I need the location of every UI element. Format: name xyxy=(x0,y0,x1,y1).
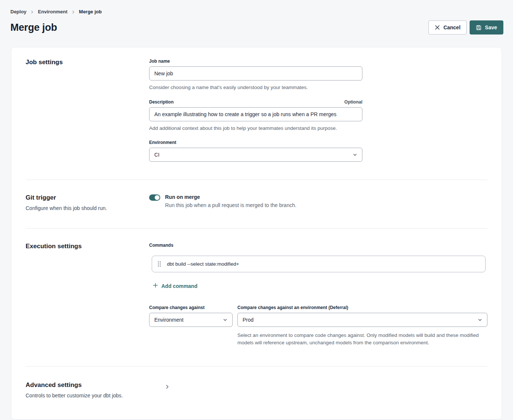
execution-settings-heading: Execution settings xyxy=(26,243,149,250)
chevron-right-icon[interactable] xyxy=(165,384,170,389)
page-title: Merge job xyxy=(10,22,57,33)
chevron-right-separator-icon xyxy=(30,10,34,14)
compare-changes-select-value: Environment xyxy=(154,317,184,323)
save-button[interactable]: Save xyxy=(470,20,503,35)
description-helper: Add additional context about this job to… xyxy=(149,125,362,132)
command-row[interactable]: dbt build --select state:modified+ xyxy=(152,256,486,272)
description-optional-tag: Optional xyxy=(344,99,362,105)
git-trigger-heading: Git trigger xyxy=(26,194,149,201)
page: Deploy Environment Merge job Merge job C… xyxy=(0,0,513,420)
job-name-input[interactable] xyxy=(149,66,362,81)
advanced-settings-wrap[interactable]: Advanced settings Controls to better cus… xyxy=(26,381,170,398)
environment-select-value: CI xyxy=(154,152,160,158)
advanced-settings-section: Advanced settings Controls to better cus… xyxy=(11,367,502,419)
run-on-merge-row: Run on merge Run this job when a pull re… xyxy=(149,194,487,208)
description-label: Description xyxy=(149,99,174,105)
advanced-settings-subtitle: Controls to better customize your dbt jo… xyxy=(26,393,149,398)
drag-handle-icon[interactable] xyxy=(158,261,161,267)
cancel-button-label: Cancel xyxy=(443,24,460,30)
job-settings-left: Job settings xyxy=(26,59,149,162)
deferral-select[interactable]: Prod xyxy=(237,313,487,327)
git-trigger-left: Git trigger Configure when this job shou… xyxy=(26,194,149,211)
job-form-card: Job settings Job name Consider choosing … xyxy=(11,47,502,420)
run-on-merge-label: Run on merge xyxy=(165,194,296,200)
deferral-helper: Select an environment to compare code ch… xyxy=(237,332,483,347)
add-command-label: Add command xyxy=(161,283,197,289)
environment-select[interactable]: CI xyxy=(149,148,362,162)
deferral-select-value: Prod xyxy=(243,317,254,323)
compare-row: Compare changes against Environment Comp… xyxy=(149,305,487,347)
job-name-label: Job name xyxy=(149,59,170,64)
advanced-settings-left: Advanced settings Controls to better cus… xyxy=(26,381,149,398)
breadcrumb-environment[interactable]: Environment xyxy=(38,9,67,14)
add-command-button[interactable]: Add command xyxy=(153,283,197,289)
chevron-right-separator-icon xyxy=(71,10,75,14)
cancel-button[interactable]: Cancel xyxy=(428,20,467,35)
execution-settings-section: Execution settings Commands dbt build --… xyxy=(11,229,502,366)
run-on-merge-description: Run this job when a pull request is merg… xyxy=(165,202,296,208)
job-settings-form: Job name Consider choosing a name that's… xyxy=(149,59,487,162)
compare-changes-field-group: Compare changes against Environment xyxy=(149,305,233,347)
close-icon xyxy=(435,25,440,30)
advanced-settings-heading: Advanced settings xyxy=(26,381,149,389)
compare-changes-select[interactable]: Environment xyxy=(149,313,233,327)
chevron-down-icon xyxy=(353,152,357,157)
title-row: Merge job Cancel Save xyxy=(10,20,503,35)
save-button-label: Save xyxy=(485,24,497,30)
environment-field-group: Environment CI xyxy=(149,140,362,162)
chevron-down-icon xyxy=(223,318,227,322)
run-on-merge-toggle[interactable] xyxy=(149,194,160,201)
deferral-label: Compare changes against an environment (… xyxy=(237,305,348,310)
topbar: Deploy Environment Merge job Merge job C… xyxy=(0,0,513,35)
chevron-down-icon xyxy=(478,318,482,322)
header-actions: Cancel Save xyxy=(428,20,503,35)
deferral-field-group: Compare changes against an environment (… xyxy=(237,305,487,347)
job-settings-heading: Job settings xyxy=(26,59,149,66)
git-trigger-content: Run on merge Run this job when a pull re… xyxy=(149,194,487,211)
execution-settings-content: Commands dbt build --select state:modifi… xyxy=(149,243,487,347)
job-settings-section: Job settings Job name Consider choosing … xyxy=(11,47,502,180)
breadcrumb-deploy[interactable]: Deploy xyxy=(10,9,26,14)
git-trigger-section: Git trigger Configure when this job shou… xyxy=(11,180,502,228)
description-input[interactable] xyxy=(149,107,362,121)
breadcrumb: Deploy Environment Merge job xyxy=(10,9,503,14)
job-name-field-group: Job name Consider choosing a name that's… xyxy=(149,59,362,91)
run-on-merge-text: Run on merge Run this job when a pull re… xyxy=(165,194,296,208)
save-icon xyxy=(476,25,481,30)
environment-label: Environment xyxy=(149,140,176,145)
compare-changes-label: Compare changes against xyxy=(149,305,204,310)
description-field-group: Description Optional Add additional cont… xyxy=(149,99,362,132)
commands-label: Commands xyxy=(149,243,487,248)
command-text: dbt build --select state:modified+ xyxy=(167,261,239,267)
breadcrumb-merge-job: Merge job xyxy=(79,9,102,14)
plus-icon xyxy=(153,283,158,289)
toggle-knob xyxy=(155,195,160,200)
git-trigger-subtitle: Configure when this job should run. xyxy=(26,205,149,211)
execution-settings-left: Execution settings xyxy=(26,243,149,347)
job-name-helper: Consider choosing a name that's easily u… xyxy=(149,84,362,91)
